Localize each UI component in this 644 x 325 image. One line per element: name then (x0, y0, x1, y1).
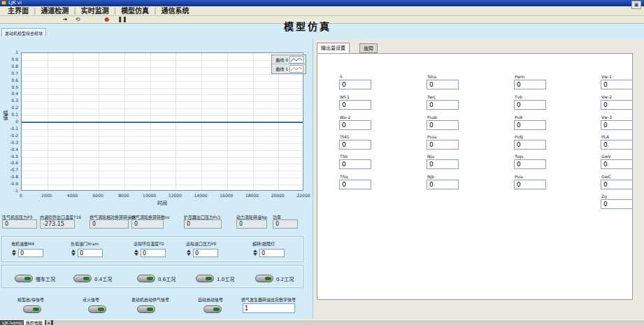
increment-icon[interactable] (134, 250, 138, 252)
output-field-label: GwC (601, 174, 611, 179)
output-field-input[interactable] (514, 80, 546, 89)
waveform-chart (21, 52, 303, 191)
output-field-input[interactable] (339, 80, 371, 89)
switch-knob (24, 277, 31, 280)
output-field-input[interactable] (601, 120, 633, 130)
output-field-input[interactable] (601, 159, 633, 169)
output-field-input[interactable] (514, 100, 546, 110)
decrement-icon[interactable] (71, 253, 76, 256)
output-field-input[interactable] (427, 140, 459, 150)
increment-icon[interactable] (253, 250, 257, 252)
gridline-horizontal (22, 67, 303, 68)
increment-icon[interactable] (187, 250, 191, 252)
y-tick-label: 0 (15, 119, 18, 124)
gridline-horizontal (22, 136, 303, 137)
output-settings-panel: llWf-1Wa-2Tt41T5bT5qTshaTwrjPsabPssaNjuN… (317, 53, 633, 300)
status-bar: LJK.lvproj/我的电脑◂ (0, 319, 644, 325)
output-field-input[interactable] (339, 180, 371, 189)
rocker-switch-icon[interactable] (15, 275, 33, 282)
output-field-input[interactable] (339, 140, 371, 150)
output-field-input[interactable] (514, 180, 546, 189)
setpoint-input[interactable] (243, 303, 295, 313)
menu-item-1[interactable]: 主界面 (3, 6, 34, 16)
x-tick-label: 12000 (164, 193, 185, 198)
y-tick-label: -0.2 (10, 133, 18, 138)
spinner-buttons[interactable] (11, 249, 17, 257)
rocker-switch-icon[interactable] (23, 305, 41, 313)
gridline-horizontal (22, 129, 303, 130)
decrement-icon[interactable] (253, 253, 257, 256)
increment-icon[interactable] (71, 250, 76, 252)
tab-fault[interactable]: 故障 (359, 43, 378, 53)
indicator-value: 0 (131, 219, 164, 229)
menu-item-4[interactable]: 模型仿真 (116, 6, 154, 16)
rocker-switch-icon[interactable] (203, 305, 222, 313)
legend-entry-1[interactable]: 曲线 1 (272, 64, 306, 73)
rocker-switch-icon[interactable] (88, 305, 106, 313)
switch-knob (147, 308, 153, 311)
spinner-buttons[interactable] (186, 249, 192, 257)
numeric-control-input[interactable] (141, 249, 166, 257)
output-field-input[interactable] (339, 159, 371, 169)
output-field-label: Twrj (427, 94, 436, 99)
signal-switch-label: 发动机启动供气信号 (131, 296, 169, 303)
legend-entry-0[interactable]: 曲线 0 (272, 55, 306, 64)
rocker-switch-icon[interactable] (196, 275, 214, 282)
numeric-control-input[interactable] (193, 249, 218, 257)
rocker-switch-icon[interactable] (255, 275, 273, 282)
toolbar-run-icon[interactable]: ➜ (60, 16, 70, 24)
spinner-buttons[interactable] (134, 249, 139, 257)
output-field-input[interactable] (427, 120, 459, 130)
gridline-horizontal (22, 81, 303, 82)
increment-icon[interactable] (12, 250, 16, 252)
y-tick-label: -0.3 (10, 140, 18, 145)
output-field-input[interactable] (601, 199, 633, 209)
menu-item-2[interactable]: 通道检测 (36, 6, 73, 16)
toolbar-run-continuous-icon[interactable]: ⟲ (73, 16, 83, 24)
decrement-icon[interactable] (134, 253, 138, 256)
output-field-input[interactable] (601, 180, 633, 189)
output-field-input[interactable] (427, 80, 459, 89)
decrement-icon[interactable] (187, 253, 191, 256)
legend-entry-label: 曲线 0 (273, 57, 289, 63)
tab-scroll-left-icon[interactable]: ◂ (46, 320, 51, 325)
tab-output-settings[interactable]: 输出量设置 (317, 43, 350, 53)
window-title: LJK vi (8, 0, 22, 6)
spinner-buttons[interactable] (252, 249, 258, 257)
output-field-input[interactable] (601, 80, 633, 89)
y-tick-label: 0.2 (11, 105, 18, 110)
numeric-control-input[interactable] (259, 249, 285, 257)
output-field-input[interactable] (601, 140, 633, 150)
output-field-input[interactable] (427, 100, 459, 110)
output-field-input[interactable] (514, 120, 546, 130)
signal-switch-label: 点火信号 (83, 296, 99, 303)
output-field-input[interactable] (427, 159, 459, 169)
mode-switch-group: 慢车工况0.4工况0.6工况1.0工况0.2工况 (1, 265, 303, 288)
menu-item-5[interactable]: 通信系统 (157, 6, 194, 16)
rocker-switch-icon[interactable] (73, 275, 92, 282)
output-field-input[interactable] (339, 100, 371, 110)
y-tick-label: -0.9 (10, 181, 18, 187)
toolbar-abort-icon[interactable]: ● (102, 16, 112, 24)
y-tick-label: 0.6 (11, 78, 18, 83)
window-menu-button[interactable]: ▣ (631, 1, 641, 9)
mode-switch-label: 1.0工况 (217, 277, 234, 282)
spinner-buttons[interactable] (71, 249, 76, 257)
switch-knob (213, 308, 220, 311)
output-field-input[interactable] (339, 120, 371, 130)
output-field-input[interactable] (601, 100, 633, 110)
rocker-switch-icon[interactable] (137, 275, 155, 282)
toolbar-pause-icon[interactable]: ❚❚ (117, 16, 127, 24)
mode-switch-label: 慢车工况 (36, 277, 55, 282)
gridline-horizontal (22, 94, 303, 95)
output-field-input[interactable] (427, 180, 459, 189)
rocker-switch-icon[interactable] (137, 305, 155, 313)
numeric-control-input[interactable] (18, 249, 43, 257)
gridline-horizontal (22, 171, 303, 171)
menu-item-3[interactable]: 实时监测 (76, 6, 114, 16)
output-field-input[interactable] (514, 140, 546, 150)
numeric-control-input[interactable] (78, 249, 103, 257)
output-field-input[interactable] (514, 159, 546, 169)
left-panel-tab[interactable]: 发动机模型综合模块 (1, 28, 46, 37)
decrement-icon[interactable] (12, 253, 16, 256)
